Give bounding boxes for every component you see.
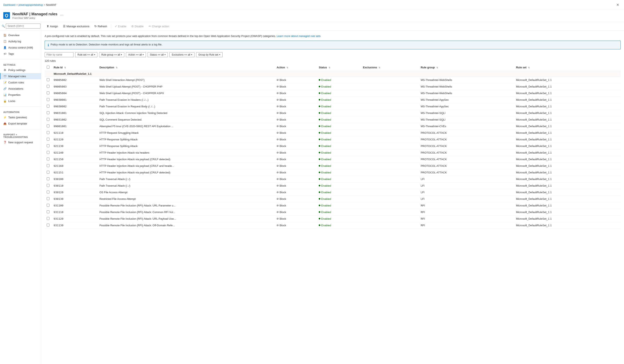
status-cell: Enabled: [317, 149, 361, 156]
col-description[interactable]: Description ⇅: [97, 64, 275, 71]
row-checkbox[interactable]: [47, 98, 50, 101]
filter-status[interactable]: Status == all ▾: [148, 52, 168, 57]
filter-action[interactable]: Action == all ▾: [126, 52, 146, 57]
filter-rule-group[interactable]: Rule group == all ▾: [99, 52, 124, 57]
sidebar-item-export-template[interactable]: 📤 Export template: [0, 120, 41, 127]
info-link[interactable]: Learn more about managed rule sets: [277, 34, 321, 38]
refresh-button[interactable]: ↻ Refresh: [92, 24, 109, 29]
col-rule-id[interactable]: Rule Id ⇅: [52, 64, 97, 71]
row-checkbox[interactable]: [47, 91, 50, 94]
sidebar-item-policy-settings[interactable]: ⚙ Policy settings: [0, 67, 41, 73]
row-checkbox-cell[interactable]: [45, 209, 52, 215]
row-checkbox[interactable]: [47, 111, 50, 114]
row-checkbox[interactable]: [47, 144, 50, 147]
rule-group-cell: RFI: [419, 215, 514, 222]
row-checkbox-cell[interactable]: [45, 222, 52, 229]
select-all-header[interactable]: [45, 64, 52, 71]
sidebar-item-overview[interactable]: 🏠 Overview: [0, 32, 41, 38]
row-checkbox-cell[interactable]: [45, 215, 52, 222]
more-button[interactable]: ...: [59, 12, 65, 17]
row-checkbox-cell[interactable]: [45, 77, 52, 83]
sidebar-item-locks[interactable]: 🔒 Locks: [0, 98, 41, 104]
sidebar-item-custom-rules[interactable]: 📝 Custom rules: [0, 79, 41, 85]
row-checkbox-cell[interactable]: [45, 143, 52, 149]
row-checkbox-cell[interactable]: [45, 90, 52, 96]
disable-button[interactable]: ⊘ Disable: [129, 24, 146, 29]
row-checkbox[interactable]: [47, 85, 50, 88]
exclusions-cell: [361, 96, 419, 103]
filter-group-by[interactable]: Group by Rule set ▾: [196, 52, 223, 57]
row-checkbox-cell[interactable]: [45, 136, 52, 143]
manage-exclusions-button[interactable]: ☰ Manage exclusions: [61, 24, 91, 29]
row-checkbox[interactable]: [47, 224, 50, 227]
sidebar-item-iam[interactable]: 👤 Access control (IAM): [0, 44, 41, 51]
filter-by-name-input[interactable]: [45, 52, 74, 57]
row-checkbox[interactable]: [47, 157, 50, 160]
row-checkbox-cell[interactable]: [45, 149, 52, 156]
sidebar-item-tags[interactable]: 🏷 Tags: [0, 51, 41, 57]
exclusions-cell: [361, 143, 419, 149]
col-rule-set[interactable]: Rule set ⇅: [514, 64, 621, 71]
row-checkbox[interactable]: [47, 118, 50, 121]
row-checkbox-cell[interactable]: [45, 176, 52, 182]
row-checkbox[interactable]: [47, 78, 50, 81]
row-checkbox[interactable]: [47, 151, 50, 154]
row-checkbox[interactable]: [47, 217, 50, 220]
sidebar-item-new-support-label: New support request: [8, 141, 33, 144]
row-checkbox[interactable]: [47, 131, 50, 134]
row-checkbox-cell[interactable]: [45, 83, 52, 90]
row-checkbox-cell[interactable]: [45, 169, 52, 176]
row-checkbox-cell[interactable]: [45, 130, 52, 136]
rule-group-cell: LFI: [419, 189, 514, 196]
refresh-icon: ↻: [94, 25, 97, 28]
row-checkbox-cell[interactable]: [45, 110, 52, 116]
block-icon: ⊘: [277, 105, 279, 108]
alert-box: ℹ Policy mode is set to Detection. Detec…: [45, 41, 621, 49]
row-checkbox-cell[interactable]: [45, 103, 52, 110]
row-checkbox[interactable]: [47, 177, 50, 180]
sidebar-item-associations[interactable]: 🔗 Associations: [0, 85, 41, 92]
sidebar-item-properties[interactable]: 📊 Properties: [0, 92, 41, 98]
filter-exclusions[interactable]: Exclusions == all ▾: [169, 52, 194, 57]
row-checkbox[interactable]: [47, 105, 50, 107]
row-checkbox-cell[interactable]: [45, 196, 52, 202]
breadcrumb-dashboard[interactable]: Dashboard: [3, 3, 16, 6]
breadcrumb-portal[interactable]: powerappsportalsetup: [19, 3, 43, 6]
block-icon: ⊘: [277, 178, 279, 181]
change-action-icon: ✏: [149, 25, 151, 28]
row-checkbox[interactable]: [47, 171, 50, 174]
change-action-button[interactable]: ✏ Change action: [147, 24, 171, 29]
rule-set-cell: Microsoft_DefaultRuleSet_1.1: [514, 143, 621, 149]
row-checkbox[interactable]: [47, 138, 50, 141]
row-checkbox[interactable]: [47, 164, 50, 167]
row-checkbox-cell[interactable]: [45, 96, 52, 103]
sidebar-item-activity-log[interactable]: 📋 Activity log: [0, 38, 41, 44]
sidebar-item-new-support[interactable]: ❓ New support request: [0, 139, 41, 145]
filter-rule-set[interactable]: Rule set == all ▾: [75, 52, 97, 57]
select-all-checkbox[interactable]: [47, 66, 50, 69]
row-checkbox-cell[interactable]: [45, 156, 52, 162]
sidebar-item-managed-rules[interactable]: 🛡 Managed rules: [0, 73, 41, 79]
close-button[interactable]: ✕: [615, 2, 621, 8]
row-checkbox[interactable]: [47, 125, 50, 127]
row-checkbox[interactable]: [47, 184, 50, 187]
row-checkbox-cell[interactable]: [45, 162, 52, 169]
sidebar-item-tasks[interactable]: ⚡ Tasks (preview): [0, 114, 41, 120]
row-checkbox[interactable]: [47, 204, 50, 207]
row-checkbox-cell[interactable]: [45, 202, 52, 209]
exclusions-cell: [361, 123, 419, 130]
search-input[interactable]: [6, 24, 40, 28]
row-checkbox[interactable]: [47, 197, 50, 200]
col-rule-group[interactable]: Rule group ⇅: [419, 64, 514, 71]
assign-button[interactable]: ⬆ Assign: [45, 24, 60, 29]
row-checkbox[interactable]: [47, 210, 50, 213]
row-checkbox[interactable]: [47, 191, 50, 193]
enable-button[interactable]: ✓ Enable: [113, 24, 129, 29]
col-status[interactable]: Status ⇅: [317, 64, 361, 71]
row-checkbox-cell[interactable]: [45, 123, 52, 130]
row-checkbox-cell[interactable]: [45, 116, 52, 123]
row-checkbox-cell[interactable]: [45, 189, 52, 196]
col-exclusions[interactable]: Exclusions ⇅: [361, 64, 419, 71]
col-action[interactable]: Action ⇅: [275, 64, 317, 71]
row-checkbox-cell[interactable]: [45, 182, 52, 189]
